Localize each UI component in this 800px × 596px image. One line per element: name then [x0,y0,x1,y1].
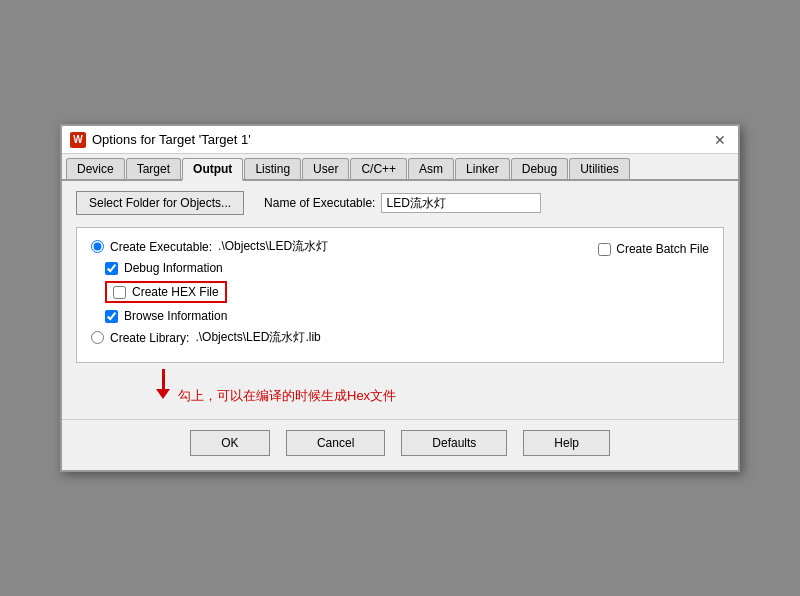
create-batch-checkbox[interactable] [598,243,611,256]
annotation-arrow [156,369,170,399]
create-hex-label: Create HEX File [132,285,219,299]
tab-bar: Device Target Output Listing User C/C++ … [62,154,738,181]
name-exe-input[interactable] [381,193,541,213]
title-bar: W Options for Target 'Target 1' ✕ [62,126,738,154]
tab-utilities[interactable]: Utilities [569,158,630,179]
debug-info-label: Debug Information [124,261,223,275]
create-exe-label: Create Executable: [110,240,212,254]
tab-user[interactable]: User [302,158,349,179]
bottom-bar: OK Cancel Defaults Help [62,419,738,470]
create-hex-row: Create HEX File [105,281,227,303]
top-row: Select Folder for Objects... Name of Exe… [76,191,724,215]
debug-info-row: Debug Information [105,261,709,275]
name-exe-row: Name of Executable: [264,193,724,213]
help-button[interactable]: Help [523,430,610,456]
create-exe-path: .\Objects\LED流水灯 [218,238,328,255]
create-lib-radio[interactable] [91,331,104,344]
window-title: Options for Target 'Target 1' [92,132,251,147]
content-area: Select Folder for Objects... Name of Exe… [62,181,738,415]
annotation-area: 勾上，可以在编译的时候生成Hex文件 [156,369,724,405]
app-icon: W [70,132,86,148]
close-button[interactable]: ✕ [710,130,730,150]
browse-info-label: Browse Information [124,309,227,323]
create-hex-checkbox[interactable] [113,286,126,299]
create-exe-radio[interactable] [91,240,104,253]
cancel-button[interactable]: Cancel [286,430,385,456]
create-batch-area: Create Batch File [598,242,709,256]
annotation-text: 勾上，可以在编译的时候生成Hex文件 [178,369,396,405]
create-batch-label: Create Batch File [616,242,709,256]
defaults-button[interactable]: Defaults [401,430,507,456]
tab-device[interactable]: Device [66,158,125,179]
create-lib-row: Create Library: .\Objects\LED流水灯.lib [91,329,709,346]
tab-listing[interactable]: Listing [244,158,301,179]
tab-asm[interactable]: Asm [408,158,454,179]
create-lib-label: Create Library: [110,331,189,345]
select-folder-button[interactable]: Select Folder for Objects... [76,191,244,215]
tab-target[interactable]: Target [126,158,181,179]
debug-info-checkbox[interactable] [105,262,118,275]
main-window: W Options for Target 'Target 1' ✕ Device… [60,124,740,472]
name-exe-label: Name of Executable: [264,196,375,210]
output-options-group: Create Executable: .\Objects\LED流水灯 Debu… [76,227,724,363]
title-bar-left: W Options for Target 'Target 1' [70,132,251,148]
browse-info-checkbox[interactable] [105,310,118,323]
tab-output[interactable]: Output [182,158,243,181]
tab-linker[interactable]: Linker [455,158,510,179]
browse-info-row: Browse Information [105,309,709,323]
ok-button[interactable]: OK [190,430,270,456]
create-lib-path: .\Objects\LED流水灯.lib [195,329,320,346]
tab-cpp[interactable]: C/C++ [350,158,407,179]
tab-debug[interactable]: Debug [511,158,568,179]
